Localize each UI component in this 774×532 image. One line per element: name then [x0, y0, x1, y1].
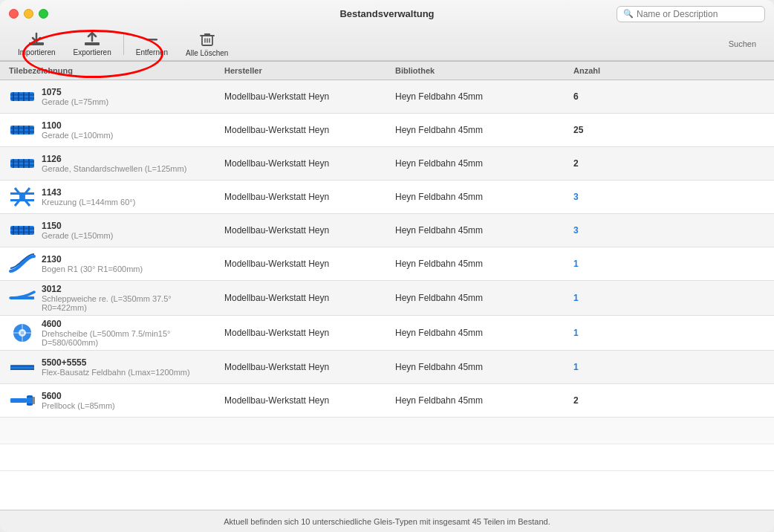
cell-bibliothek: Heyn Feldbahn 45mm	[392, 181, 570, 213]
cell-hersteller: Modellbau-Werkstatt Heyn	[221, 281, 392, 315]
table-row[interactable]: 3012 Schleppweiche re. (L=350mm 37.5° R0…	[0, 281, 774, 316]
titlebar: Bestandsverwaltung 🔍 Importieren	[0, 0, 774, 61]
svg-point-29	[19, 194, 25, 200]
cell-anzahl: 25	[570, 114, 645, 146]
item-name: 1143	[42, 187, 135, 198]
cell-bezeichnung: 4600 Drehscheibe (L=500mm 7.5/min15° D=5…	[6, 316, 221, 350]
export-label: Exportieren	[74, 48, 111, 56]
svg-rect-7	[13, 92, 14, 101]
cell-anzahl: 1	[570, 351, 645, 383]
cell-bibliothek: Heyn Feldbahn 45mm	[392, 147, 570, 180]
svg-rect-47	[10, 398, 27, 403]
cell-bibliothek: Heyn Feldbahn 45mm	[392, 281, 570, 315]
item-desc: Kreuzung (L=144mm 60°)	[42, 198, 135, 207]
toolbar: Importieren Exportieren Entfernen	[9, 28, 765, 60]
table-row[interactable]: 1150 Gerade (L=150mm) Modellbau-Werkstat…	[0, 214, 774, 247]
import-icon	[28, 32, 45, 47]
remove-button[interactable]: Entfernen	[127, 29, 177, 59]
column-headers: Tilebezeichnung Hersteller Bibliothek An…	[0, 61, 774, 80]
cell-actions	[645, 316, 774, 350]
cell-bibliothek: Heyn Feldbahn 45mm	[392, 247, 570, 280]
svg-rect-1	[85, 42, 100, 45]
cell-hersteller: Modellbau-Werkstatt Heyn	[221, 147, 392, 180]
cell-bezeichnung: 1100 Gerade (L=100mm)	[6, 114, 221, 146]
svg-rect-21	[13, 159, 14, 168]
minimize-button[interactable]	[24, 9, 33, 19]
cell-bezeichnung: 1143 Kreuzung (L=144mm 60°)	[6, 181, 221, 213]
item-name: 5500+5555	[42, 357, 190, 368]
svg-rect-46	[10, 369, 34, 370]
delete-all-icon	[199, 31, 215, 48]
item-desc: Flex-Bausatz Feldbahn (Lmax=1200mm)	[42, 368, 190, 377]
table-row[interactable]: 5600 Prellbock (L=85mm) Modellbau-Werkst…	[0, 384, 774, 418]
search-icon: 🔍	[623, 9, 634, 19]
import-button[interactable]: Importieren	[9, 29, 65, 59]
cell-bibliothek: Heyn Feldbahn 45mm	[392, 214, 570, 247]
cell-bibliothek: Heyn Feldbahn 45mm	[392, 316, 570, 350]
search-input[interactable]	[637, 9, 758, 19]
table-row[interactable]: 1075 Gerade (L=75mm) Modellbau-Werkstatt…	[0, 80, 774, 114]
export-button[interactable]: Exportieren	[65, 29, 120, 59]
delete-all-label: Alle Löschen	[186, 49, 228, 57]
item-icon-crossing	[9, 184, 36, 210]
item-icon-straight	[9, 217, 36, 244]
cell-bezeichnung: 1126 Gerade, Standardschwellen (L=125mm)	[6, 147, 221, 180]
item-icon-straight	[9, 83, 36, 110]
remove-label: Entfernen	[136, 48, 168, 56]
cell-anzahl: 2	[570, 384, 645, 417]
svg-rect-35	[23, 226, 25, 235]
col-header-hersteller: Hersteller	[221, 66, 392, 75]
svg-rect-51	[33, 397, 35, 404]
svg-rect-38	[10, 296, 34, 299]
import-label: Importieren	[18, 48, 56, 56]
cell-actions	[645, 247, 774, 280]
close-button[interactable]	[9, 9, 19, 19]
cell-hersteller: Modellbau-Werkstatt Heyn	[221, 351, 392, 383]
item-name: 4600	[42, 319, 218, 329]
table-row[interactable]: 2130 Bogen R1 (30° R1=600mm) Modellbau-W…	[0, 247, 774, 281]
cell-bibliothek: Heyn Feldbahn 45mm	[392, 351, 570, 383]
item-icon-straight	[9, 117, 36, 143]
item-desc: Gerade (L=150mm)	[42, 231, 113, 240]
cell-actions	[645, 147, 774, 180]
cell-anzahl: 3	[570, 181, 645, 213]
item-icon-switch	[9, 285, 36, 311]
statusbar-text: Aktuell befinden sich 10 unterschiedlich…	[224, 517, 550, 526]
item-icon-turntable	[9, 319, 36, 346]
svg-rect-50	[27, 403, 33, 405]
item-desc: Bogen R1 (30° R1=600mm)	[42, 265, 143, 273]
search-box[interactable]: 🔍	[617, 6, 765, 22]
cell-actions	[645, 80, 774, 113]
table-row[interactable]: 4600 Drehscheibe (L=500mm 7.5/min15° D=5…	[0, 316, 774, 351]
table-row[interactable]: 1100 Gerade (L=100mm) Modellbau-Werkstat…	[0, 114, 774, 147]
cell-hersteller: Modellbau-Werkstatt Heyn	[221, 316, 392, 350]
cell-hersteller: Modellbau-Werkstatt Heyn	[221, 114, 392, 146]
cell-bezeichnung: 2130 Bogen R1 (30° R1=600mm)	[6, 247, 221, 280]
item-desc: Schleppweiche re. (L=350mm 37.5° R0=422m…	[42, 294, 218, 312]
cell-actions	[645, 281, 774, 315]
cell-bezeichnung: 1150 Gerade (L=150mm)	[6, 214, 221, 247]
svg-rect-36	[28, 226, 30, 235]
cell-actions	[645, 181, 774, 213]
table-row[interactable]: 1143 Kreuzung (L=144mm 60°) Modellbau-We…	[0, 181, 774, 214]
cell-hersteller: Modellbau-Werkstatt Heyn	[221, 214, 392, 247]
maximize-button[interactable]	[39, 9, 48, 19]
table-row[interactable]: 5500+5555 Flex-Bausatz Feldbahn (Lmax=12…	[0, 351, 774, 384]
table-row[interactable]: 1126 Gerade, Standardschwellen (L=125mm)…	[0, 147, 774, 181]
remove-icon	[143, 32, 160, 47]
cell-anzahl: 1	[570, 316, 645, 350]
item-icon-flex	[9, 354, 36, 380]
cell-hersteller: Modellbau-Werkstatt Heyn	[221, 80, 392, 113]
cell-anzahl: 3	[570, 214, 645, 247]
svg-rect-22	[18, 159, 19, 168]
delete-all-button[interactable]: Alle Löschen	[177, 28, 237, 60]
cell-bezeichnung: 1075 Gerade (L=75mm)	[6, 80, 221, 113]
cell-bibliothek: Heyn Feldbahn 45mm	[392, 80, 570, 113]
svg-rect-24	[28, 159, 30, 168]
cell-bezeichnung: 5500+5555 Flex-Bausatz Feldbahn (Lmax=12…	[6, 351, 221, 383]
cell-bezeichnung: 5600 Prellbock (L=85mm)	[6, 384, 221, 417]
table-content: 1075 Gerade (L=75mm) Modellbau-Werkstatt…	[0, 80, 774, 510]
search-container: 🔍	[617, 6, 765, 22]
svg-rect-8	[18, 92, 19, 101]
cell-hersteller: Modellbau-Werkstatt Heyn	[221, 247, 392, 280]
